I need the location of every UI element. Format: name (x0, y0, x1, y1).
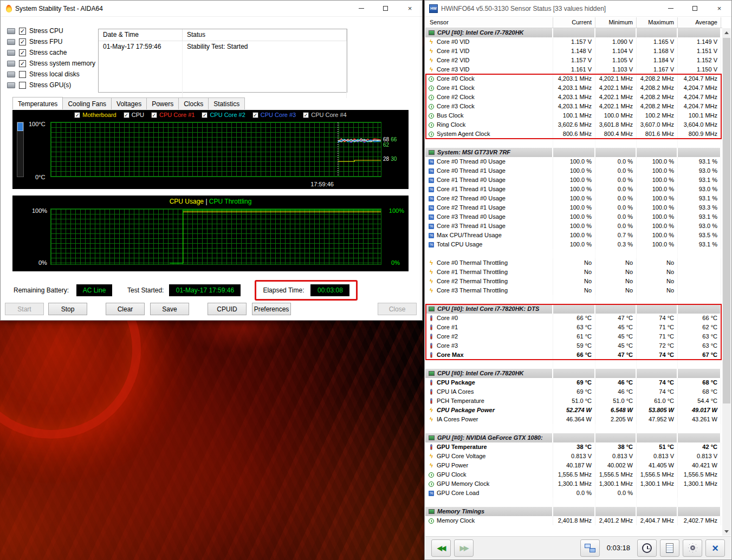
sensor-row[interactable]: ϟCore #0 Thermal ThrottlingNoNoNo (425, 258, 722, 268)
sensor-section-header[interactable]: GPU [#0]: NVIDIA GeForce GTX 1080: (425, 433, 722, 442)
preferences-button[interactable]: Preferences (252, 303, 291, 315)
sensor-row[interactable]: %Core #0 Thread #1 Usage100.0 %0.0 %100.… (425, 166, 722, 175)
sensor-row[interactable]: ϟCore #3 VID1.161 V1.103 V1.167 V1.150 V (425, 65, 722, 74)
tab-powers[interactable]: Powers (146, 97, 179, 109)
sensor-row[interactable]: ϟCore #2 VID1.157 V1.105 V1.184 V1.152 V (425, 56, 722, 65)
sensor-row[interactable]: Core #066 °C47 °C74 °C66 °C (425, 314, 722, 323)
legend-cpu-core-3-checkbox[interactable]: ✓ (252, 112, 258, 118)
minimize-button[interactable] (349, 1, 373, 16)
sensor-row[interactable]: ϟIA Cores Power46.364 W2.205 W47.952 W43… (425, 415, 722, 424)
scrollbar-thumb[interactable] (723, 38, 730, 403)
sensor-row[interactable]: %GPU Core Load0.0 %0.0 % (425, 489, 722, 498)
report-button[interactable] (660, 539, 679, 557)
sensor-row[interactable]: ϟGPU Power40.187 W40.002 W41.405 W40.421… (425, 461, 722, 470)
sensor-section-header[interactable]: System: MSI GT73VR 7RF (425, 148, 722, 157)
column-header-average[interactable]: Average (678, 17, 721, 28)
sensor-row[interactable]: PCH Temperature51.0 °C51.0 °C61.0 °C54.4… (425, 396, 722, 406)
sensor-row[interactable]: %Core #2 Thread #0 Usage100.0 %0.0 %100.… (425, 194, 722, 203)
remote-monitoring-button[interactable] (580, 539, 600, 557)
history-back-button[interactable]: ◀◀ (431, 539, 451, 557)
sensor-section-header[interactable]: CPU [#0]: Intel Core i7-7820HK: DTS (425, 304, 722, 314)
sensor-row[interactable]: CPU Package69 °C46 °C74 °C68 °C (425, 378, 722, 387)
minimum-value-cell: 0.0 % (595, 489, 637, 498)
legend-cpu-checkbox[interactable]: ✓ (124, 112, 129, 118)
stress-fpu-checkbox[interactable]: ✓ (19, 38, 26, 45)
stress-cpu-checkbox[interactable]: ✓ (19, 28, 26, 35)
settings-button[interactable] (683, 539, 702, 557)
clock-button[interactable] (637, 539, 657, 557)
sensor-row[interactable]: %Core #0 Thread #0 Usage100.0 %0.0 %100.… (425, 157, 722, 166)
tab-statistics[interactable]: Statistics (208, 97, 245, 109)
exit-button[interactable]: × (705, 539, 725, 557)
sensor-row[interactable]: Memory Clock2,401.8 MHz2,401.2 MHz2,404.… (425, 516, 722, 525)
hwinfo-close-button[interactable]: × (707, 1, 731, 16)
sensor-row[interactable]: GPU Memory Clock1,300.1 MHz1,300.1 MHz1,… (425, 479, 722, 489)
sensor-row[interactable]: ϟGPU Core Voltage0.813 V0.813 V0.813 V0.… (425, 452, 722, 461)
sensor-row[interactable]: GPU Temperature38 °C38 °C51 °C42 °C (425, 442, 722, 452)
sensor-row[interactable]: Core #163 °C45 °C71 °C62 °C (425, 323, 722, 332)
sensor-section-header[interactable]: CPU [#0]: Intel Core i7-7820HK (425, 28, 722, 37)
sensor-row[interactable]: Core #2 Clock4,203.1 MHz4,202.1 MHz4,208… (425, 93, 722, 102)
stop-button[interactable]: Stop (48, 303, 87, 315)
hwinfo-titlebar[interactable]: HW HWiNFO64 v5.50-3130 Sensor Status [33… (425, 1, 731, 17)
legend-cpu-core-1-checkbox[interactable]: ✓ (151, 112, 157, 118)
sensor-row[interactable]: ϟCore #0 VID1.157 V1.090 V1.165 V1.149 V (425, 37, 722, 47)
sensor-row[interactable]: %Core #1 Thread #1 Usage100.0 %0.0 %100.… (425, 185, 722, 194)
sensor-row[interactable]: %Core #2 Thread #1 Usage100.0 %0.0 %100.… (425, 203, 722, 212)
sensor-row[interactable]: GPU Clock1,556.5 MHz1,556.5 MHz1,556.5 M… (425, 470, 722, 479)
sensor-row[interactable]: ϟCore #2 Thermal ThrottlingNoNoNo (425, 277, 722, 286)
sensor-row[interactable]: Core #1 Clock4,203.1 MHz4,202.1 MHz4,208… (425, 83, 722, 93)
column-header-minimum[interactable]: Minimum (595, 17, 637, 28)
sensor-row[interactable]: Core #0 Clock4,203.1 MHz4,202.1 MHz4,208… (425, 74, 722, 83)
stress-local-disks-checkbox[interactable] (19, 71, 26, 78)
sensor-row[interactable]: Core #359 °C45 °C72 °C63 °C (425, 341, 722, 350)
sensor-row[interactable]: ϟCore #1 Thermal ThrottlingNoNoNo (425, 268, 722, 277)
cpuid-button[interactable]: CPUID (208, 303, 247, 315)
tab-clocks[interactable]: Clocks (178, 97, 209, 109)
sensor-row[interactable]: Ring Clock3,602.6 MHz3,601.8 MHz3,607.0 … (425, 120, 722, 129)
column-header-sensor[interactable]: Sensor (425, 17, 553, 28)
sensor-column-headers[interactable]: SensorCurrentMinimumMaximumAverage (425, 17, 722, 28)
sensor-section-header[interactable]: Memory Timings (425, 507, 722, 516)
stress-cache-checkbox[interactable]: ✓ (19, 49, 26, 56)
tab-voltages[interactable]: Voltages (111, 97, 147, 109)
maximize-button[interactable] (373, 1, 398, 16)
sensor-section-header[interactable]: CPU [#0]: Intel Core i7-7820HK (425, 369, 722, 378)
tab-temperatures[interactable]: Temperatures (12, 97, 63, 109)
sensor-row[interactable]: %Max CPU/Thread Usage100.0 %0.7 %100.0 %… (425, 231, 722, 240)
sensor-row[interactable]: %Core #1 Thread #0 Usage100.0 %0.0 %100.… (425, 175, 722, 185)
clear-button[interactable]: Clear (106, 303, 145, 315)
graph-vertical-slider[interactable] (17, 122, 24, 177)
close-button[interactable]: × (398, 1, 422, 16)
history-forward-button[interactable]: ▶▶ (454, 539, 474, 557)
legend-motherboard-checkbox[interactable]: ✓ (74, 112, 80, 118)
sensor-row[interactable]: System Agent Clock800.6 MHz800.4 MHz801.… (425, 129, 722, 139)
sensor-row[interactable]: Core #3 Clock4,203.1 MHz4,202.1 MHz4,208… (425, 102, 722, 111)
sensor-row[interactable]: CPU IA Cores69 °C46 °C74 °C68 °C (425, 387, 722, 396)
sensor-row[interactable]: Core Max66 °C47 °C74 °C67 °C (425, 350, 722, 360)
hwinfo-minimize-button[interactable] (658, 1, 683, 16)
sensor-scrollbar[interactable] (722, 28, 731, 536)
sensor-row[interactable]: ϟCPU Package Power52.274 W6.548 W53.805 … (425, 406, 722, 415)
sensor-row[interactable]: %Core #3 Thread #0 Usage100.0 %0.0 %100.… (425, 212, 722, 222)
save-button[interactable]: Save (150, 303, 189, 315)
aida64-titlebar[interactable]: System Stability Test - AIDA64 × (1, 1, 422, 17)
log-entry-row[interactable]: 01-May-17 17:59:46Stability Test: Starte… (99, 41, 347, 53)
stress-gpu-s-checkbox[interactable] (19, 82, 26, 89)
sensor-row[interactable]: ϟCore #1 VID1.148 V1.104 V1.168 V1.151 V (425, 47, 722, 56)
tab-cooling-fans[interactable]: Cooling Fans (62, 97, 112, 109)
sensor-row[interactable]: %Core #3 Thread #1 Usage100.0 %0.0 %100.… (425, 222, 722, 231)
column-header-maximum[interactable]: Maximum (637, 17, 678, 28)
scroll-down-button[interactable] (722, 527, 731, 536)
sensor-row[interactable]: ϟCore #3 Thermal ThrottlingNoNoNo (425, 286, 722, 295)
legend-cpu-core-2-checkbox[interactable]: ✓ (202, 112, 208, 118)
column-header-current[interactable]: Current (553, 17, 595, 28)
stress-system-memory-checkbox[interactable]: ✓ (19, 60, 26, 67)
sensor-row[interactable]: Core #261 °C45 °C71 °C63 °C (425, 332, 722, 341)
legend-cpu-core-4-checkbox[interactable]: ✓ (303, 112, 309, 118)
sensor-row[interactable]: %Total CPU Usage100.0 %0.3 %100.0 %93.1 … (425, 240, 722, 249)
hwinfo-maximize-button[interactable] (683, 1, 707, 16)
graph-slider-thumb[interactable] (17, 122, 23, 131)
scroll-up-button[interactable] (722, 28, 731, 37)
sensor-row[interactable]: Bus Clock100.1 MHz100.0 MHz100.2 MHz100.… (425, 111, 722, 120)
